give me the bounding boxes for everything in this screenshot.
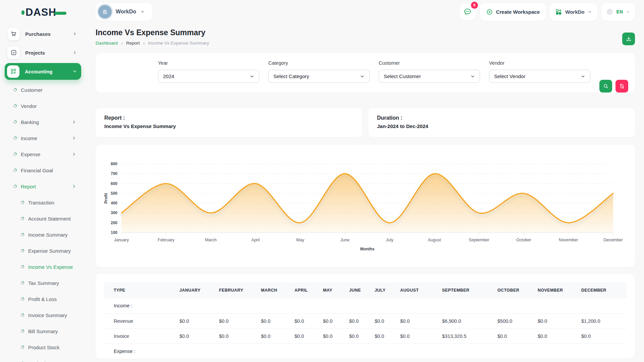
bullet-icon: [13, 136, 17, 140]
chevron-right-icon: [72, 50, 77, 55]
column-header-april: APRIL: [286, 282, 314, 298]
column-header-september: SEPTEMBER: [433, 282, 489, 298]
chevron-down-icon: [140, 9, 145, 14]
y-tick-label: 700: [111, 171, 117, 176]
filter-label-year: Year: [158, 60, 259, 66]
topbar: WorkDo 0 Create Workspace: [96, 0, 635, 23]
bullet-icon: [13, 104, 17, 108]
bullet-icon: [20, 264, 25, 269]
sidebar-item-vendor[interactable]: Vendor: [5, 98, 81, 114]
sidebar-item-purchases[interactable]: Purchases: [5, 25, 81, 42]
chevron-right-icon: [72, 32, 77, 36]
sidebar-item-account-statement[interactable]: Account Statement: [5, 210, 81, 227]
globe-icon: [606, 8, 613, 15]
chevron-down-icon: [250, 74, 254, 79]
bullet-icon: [20, 232, 25, 237]
cart-icon: [10, 31, 17, 37]
cell-value: $0.0: [252, 313, 286, 328]
cell-value: $0.0: [210, 328, 252, 344]
cell-value: $0.0: [252, 328, 286, 344]
bullet-icon: [20, 200, 25, 205]
language-selector[interactable]: EN: [601, 3, 635, 21]
sidebar-item-accounting[interactable]: Accounting: [5, 63, 81, 80]
year-select[interactable]: 2024: [158, 70, 259, 83]
duration-card-value: Jan-2024 to Dec-2024: [377, 123, 626, 129]
sidebar-item-income-vs-expense[interactable]: Income Vs Expense: [5, 259, 81, 275]
y-tick-label: 600: [111, 181, 117, 186]
logo-text: DASH: [25, 6, 56, 18]
breadcrumb: Dashboard › Report › Income Vs Expense S…: [96, 40, 209, 46]
app-logo[interactable]: DASH: [0, 5, 86, 20]
cell-value: $1,200.0: [573, 313, 627, 328]
chevron-separator-icon: ›: [143, 40, 145, 46]
sidebar-item-report[interactable]: Report: [5, 178, 81, 194]
x-tick-label: July: [386, 238, 394, 242]
sidebar-icon-box: [7, 47, 20, 59]
chevron-down-icon: [588, 10, 592, 14]
filter-row: Year2024CategorySelect CategoryCustomerS…: [104, 60, 590, 93]
chat-bubble-icon: [463, 7, 472, 16]
page-title: Income Vs Expense Summary: [96, 28, 209, 37]
category-select[interactable]: Select Category: [268, 70, 370, 83]
chevron-right-icon: [72, 136, 76, 140]
workspace-name: WorkDo: [116, 9, 136, 15]
select-value: Select Customer: [384, 73, 421, 79]
create-workspace-label: Create Workspace: [496, 9, 540, 15]
sidebar: DASH PurchasesProjectsAccountingCustomer…: [0, 0, 86, 362]
sidebar-item-label: Purchases: [25, 31, 51, 37]
bullet-icon: [13, 184, 17, 189]
sidebar-item-income[interactable]: Income: [5, 130, 81, 146]
apply-filter-button[interactable]: [599, 80, 612, 93]
download-report-button[interactable]: [622, 33, 635, 45]
customer-select[interactable]: Select Customer: [379, 70, 480, 83]
chevron-down-icon: [581, 74, 585, 79]
sidebar-item-invoice-summary[interactable]: Invoice Summary: [5, 307, 81, 323]
bullet-icon: [20, 345, 25, 350]
sidebar-item-bill-summary[interactable]: Bill Summary: [5, 323, 81, 339]
sidebar-item-financial-goal[interactable]: Financial Goal: [5, 162, 81, 178]
workdo-menu-label: WorkDo: [565, 9, 584, 15]
reset-filter-button[interactable]: [615, 80, 628, 93]
sidebar-item-product-stock[interactable]: Product Stock: [5, 339, 81, 355]
sidebar-item-expense[interactable]: Expense: [5, 146, 81, 162]
tasks-icon: [10, 49, 17, 56]
cell-value: $313,320.5: [433, 328, 489, 344]
sidebar-item-banking[interactable]: Banking: [5, 114, 81, 130]
x-tick-label: January: [114, 238, 129, 242]
chevron-right-icon: [72, 152, 76, 157]
sidebar-item-label: Transaction: [28, 200, 54, 205]
sidebar-item-label: Banking: [21, 119, 39, 125]
sidebar-item-label: Invoice Summary: [28, 312, 67, 318]
sidebar-item-cash-flow[interactable]: Cash Flow: [5, 355, 81, 362]
chevron-separator-icon: ›: [121, 40, 123, 46]
create-workspace-button[interactable]: Create Workspace: [480, 3, 546, 21]
language-code: EN: [616, 9, 623, 14]
workspace-selector[interactable]: WorkDo: [96, 3, 152, 21]
x-tick-label: April: [251, 238, 260, 242]
bullet-icon: [13, 152, 17, 157]
sidebar-item-tax-summary[interactable]: Tax Summary: [5, 275, 81, 291]
vendor-select[interactable]: Select Vendor: [489, 70, 590, 83]
report-card-label: Report :: [104, 115, 354, 121]
sidebar-item-projects[interactable]: Projects: [5, 44, 81, 61]
messages-button[interactable]: 0: [460, 4, 476, 20]
sidebar-item-expense-summary[interactable]: Expense Summary: [5, 243, 81, 259]
sidebar-item-label: Expense: [21, 152, 40, 157]
x-tick-label: September: [469, 238, 489, 242]
column-header-november: NOVEMBER: [529, 282, 573, 298]
sidebar-icon-box: [7, 65, 19, 78]
y-tick-label: 800: [111, 162, 117, 166]
sidebar-item-customer[interactable]: Customer: [5, 82, 81, 98]
cell-value: $0.0: [366, 328, 391, 344]
workdo-menu-button[interactable]: WorkDo: [550, 3, 597, 21]
topbar-actions: 0 Create Workspace WorkDo: [460, 3, 635, 21]
sidebar-item-profit-loss[interactable]: Profit & Loss: [5, 291, 81, 307]
cell-value: $0.0: [529, 313, 573, 328]
bullet-icon: [13, 87, 17, 92]
messages-count-badge: 0: [471, 2, 478, 9]
table-section-row: Expense :: [104, 344, 627, 359]
breadcrumb-dashboard-link[interactable]: Dashboard: [96, 41, 118, 46]
sidebar-item-income-summary[interactable]: Income Summary: [5, 227, 81, 243]
sidebar-item-transaction[interactable]: Transaction: [5, 194, 81, 210]
breadcrumb-report-link[interactable]: Report: [126, 41, 140, 46]
